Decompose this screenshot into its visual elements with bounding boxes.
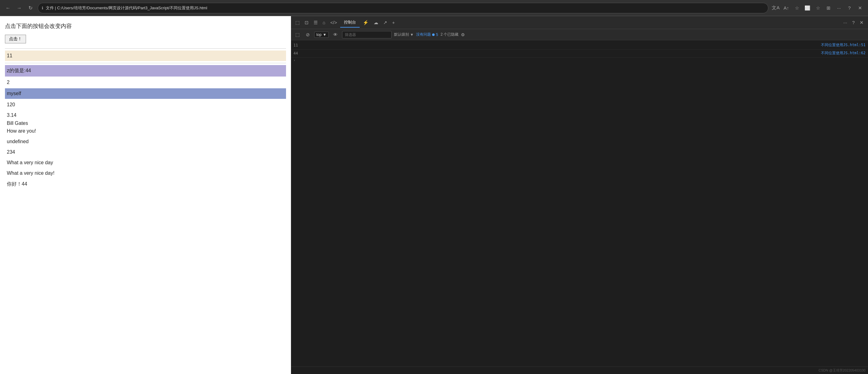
devtools-eye-button[interactable]: 👁 — [331, 31, 340, 38]
browser-window: ← → ↻ ℹ 文件 | C:/Users/培培芳/Documents/网页设计… — [0, 0, 868, 374]
log-level-text: 默认级别 — [394, 32, 409, 37]
devtools-performance-button[interactable]: ⚡ — [361, 19, 371, 27]
devtools-source-button[interactable]: </> — [329, 19, 339, 26]
log-level-dropdown-icon: ▼ — [410, 32, 414, 37]
devtools-menu-button[interactable]: ☰ — [312, 19, 319, 27]
row-value-howareyou: How are you! — [7, 127, 284, 135]
reload-button[interactable]: ↻ — [26, 4, 35, 12]
context-value: top — [316, 32, 322, 37]
issues-label: 没有问题 — [416, 32, 431, 37]
close-button[interactable]: ✕ — [856, 4, 864, 12]
issues-count: 5 — [436, 32, 438, 37]
collections-button[interactable]: ⊞ — [824, 4, 833, 12]
back-button[interactable]: ← — [4, 4, 12, 12]
row-value-11: 11 — [5, 51, 286, 61]
row-value-234: 234 — [5, 147, 286, 157]
console-output: 11 不同位置使用JS.html:51 44 不同位置使用JS.html:62 … — [291, 40, 868, 367]
row-group-3-14: 3.14 Bill Gates How are you! — [5, 110, 286, 136]
devtools-inspect-button[interactable]: ⬚ — [293, 19, 302, 27]
row-value-myself: myself — [5, 88, 286, 99]
row-value-niceday2: What a very nice day! — [5, 168, 286, 178]
row-value-billgates: Bill Gates — [7, 119, 284, 127]
divider-1 — [5, 48, 286, 49]
devtools-dock-button[interactable]: ⬚ — [293, 31, 302, 39]
favorites-button[interactable]: ☆ — [813, 4, 822, 12]
address-bar[interactable]: ℹ 文件 | C:/Users/培培芳/Documents/网页设计源代码/Pa… — [38, 3, 768, 13]
devtools-home-button[interactable]: ⌂ — [321, 19, 327, 26]
devtools-device-button[interactable]: ⊡ — [303, 19, 310, 27]
expand-arrow-icon: › — [293, 59, 295, 62]
filter-input[interactable] — [342, 31, 392, 38]
devtools-close-button[interactable]: ✕ — [858, 19, 866, 27]
devtools-help-button[interactable]: ? — [850, 19, 857, 26]
page-title: 点击下面的按钮会改变内容 — [5, 22, 286, 30]
row-value-314: 3.14 — [7, 111, 284, 119]
settings-icon[interactable]: ⚙ — [461, 32, 465, 37]
font-button[interactable]: A↑ — [782, 4, 790, 12]
info-icon: ℹ — [42, 6, 43, 10]
row-value-z: z的值是:44 — [5, 65, 286, 77]
devtools-add-button[interactable]: + — [390, 19, 397, 26]
translate-button[interactable]: 文A — [771, 4, 780, 12]
console-linenum-11: 11 — [293, 42, 303, 48]
row-value-undefined: undefined — [5, 136, 286, 147]
split-button[interactable]: ⬜ — [803, 4, 812, 12]
browser-toolbar: ← → ↻ ℹ 文件 | C:/Users/培培芳/Documents/网页设计… — [0, 0, 868, 16]
row-value-2: 2 — [5, 77, 286, 88]
context-dropdown-icon: ▼ — [323, 32, 327, 37]
devtools-secondary-toolbar: ⬚ ⊘ top ▼ 👁 默认级别 ▼ 没有问题 5 2 个已隐藏 — [291, 29, 868, 40]
toolbar-icons: 文A A↑ ☆ ⬜ ☆ ⊞ ··· ? ✕ — [771, 4, 864, 12]
console-row-44: 44 不同位置使用JS.html:62 — [291, 50, 868, 58]
forward-button[interactable]: → — [15, 4, 24, 12]
devtools-application-button[interactable]: ↗ — [381, 19, 389, 27]
console-link-44[interactable]: 不同位置使用JS.html:62 — [821, 51, 866, 56]
console-expand-row[interactable]: › — [291, 58, 868, 63]
console-linenum-44: 44 — [293, 51, 303, 55]
devtools-more-tools-button[interactable]: ··· — [841, 19, 849, 26]
row-value-120: 120 — [5, 99, 286, 110]
watermark: CSDN @王培芳202205403100 — [291, 367, 868, 374]
devtools-panel: ⬚ ⊡ ☰ ⌂ </> 控制台 ⚡ ☁ ↗ + ··· ? ✕ ⬚ ⊘ to — [291, 16, 868, 374]
star-button[interactable]: ☆ — [793, 4, 801, 12]
row-value-nihao44: 你好！44 — [5, 178, 286, 190]
row-value-nicday1: What a very nice day — [5, 157, 286, 168]
hidden-count: 2 个已隐藏 — [440, 32, 459, 37]
issues-badge[interactable]: 没有问题 5 — [416, 32, 438, 37]
devtools-toolbar: ⬚ ⊡ ☰ ⌂ </> 控制台 ⚡ ☁ ↗ + ··· ? ✕ — [291, 16, 868, 29]
more-button[interactable]: ··· — [835, 4, 843, 12]
nav-buttons: ← → ↻ — [4, 4, 35, 12]
click-button[interactable]: 点击！ — [5, 35, 26, 44]
webpage-panel: 点击下面的按钮会改变内容 点击！ 11 z的值是:44 2 myself 120… — [0, 16, 291, 374]
help-button[interactable]: ? — [845, 4, 854, 12]
issues-dot — [432, 33, 435, 36]
devtools-block-button[interactable]: ⊘ — [304, 31, 312, 39]
main-area: 点击下面的按钮会改变内容 点击！ 11 z的值是:44 2 myself 120… — [0, 16, 868, 374]
devtools-network-button[interactable]: ☁ — [372, 19, 380, 27]
console-link-11[interactable]: 不同位置使用JS.html:51 — [821, 42, 866, 48]
address-text: 文件 | C:/Users/培培芳/Documents/网页设计源代码/Part… — [46, 5, 764, 11]
console-row-11: 11 不同位置使用JS.html:51 — [291, 41, 868, 50]
context-selector[interactable]: top ▼ — [314, 32, 329, 38]
log-level-selector[interactable]: 默认级别 ▼ — [394, 32, 414, 37]
tab-console[interactable]: 控制台 — [340, 18, 360, 28]
